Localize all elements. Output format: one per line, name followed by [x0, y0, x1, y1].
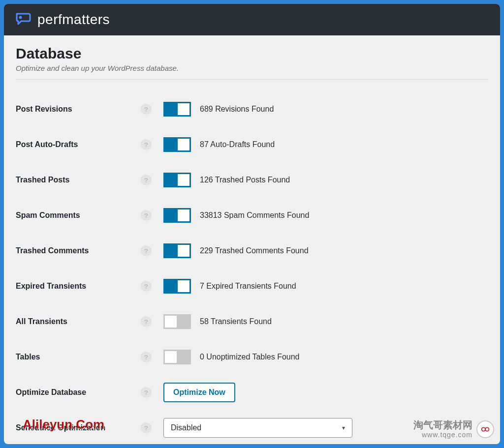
row-post-auto-drafts: Post Auto-Drafts?87 Auto-Drafts Found [16, 127, 488, 162]
trashed-posts-toggle[interactable] [163, 173, 191, 187]
trashed-comments-status: 229 Trashed Comments Found [200, 246, 309, 255]
help-icon[interactable]: ? [141, 281, 152, 292]
toggle-knob [178, 245, 189, 257]
schedule-label: Scheduled Optimization [16, 423, 141, 432]
post-auto-drafts-toggle[interactable] [163, 137, 191, 152]
help-icon[interactable]: ? [141, 316, 152, 327]
tables-status: 0 Unoptimized Tables Found [200, 353, 300, 361]
tables-label: Tables [16, 353, 141, 361]
all-transients-toggle[interactable] [163, 314, 191, 329]
spam-comments-toggle[interactable] [163, 208, 191, 223]
row-spam-comments: Spam Comments?33813 Spam Comments Found [16, 198, 488, 233]
toggle-knob [178, 280, 189, 292]
help-icon[interactable]: ? [141, 352, 152, 362]
row-expired-transients: Expired Transients?7 Expired Transients … [16, 269, 488, 304]
settings-list: Post Revisions?689 Revisions FoundPost A… [16, 91, 488, 375]
help-icon[interactable]: ? [141, 104, 152, 115]
expired-transients-status: 7 Expired Transients Found [200, 282, 296, 291]
toggle-knob [165, 316, 177, 328]
help-icon[interactable]: ? [141, 422, 152, 433]
trashed-comments-label: Trashed Comments [16, 246, 141, 255]
trashed-posts-label: Trashed Posts [16, 176, 141, 184]
row-scheduled-optimization: Scheduled Optimization ? Disabled ▾ [16, 410, 488, 444]
post-revisions-toggle[interactable] [163, 102, 191, 117]
row-all-transients: All Transients?58 Transients Found [16, 304, 488, 339]
brand-logo-icon [14, 11, 32, 29]
row-optimize-database: Optimize Database ? Optimize Now [16, 375, 488, 410]
divider [16, 79, 488, 80]
expired-transients-toggle[interactable] [163, 279, 191, 294]
schedule-selected-value: Disabled [171, 423, 201, 432]
tables-toggle[interactable] [163, 350, 191, 364]
optimize-label: Optimize Database [16, 388, 141, 397]
page-subtitle: Optimize and clean up your WordPress dat… [16, 64, 488, 72]
toggle-knob [178, 139, 189, 150]
expired-transients-label: Expired Transients [16, 282, 141, 291]
help-icon[interactable]: ? [141, 245, 152, 256]
toggle-knob [178, 103, 189, 115]
page-title: Database [16, 45, 488, 62]
all-transients-label: All Transients [16, 317, 141, 326]
post-revisions-label: Post Revisions [16, 105, 141, 114]
help-icon[interactable]: ? [141, 175, 152, 185]
trashed-comments-toggle[interactable] [163, 243, 191, 258]
help-icon[interactable]: ? [141, 210, 152, 221]
app-header: perfmatters [4, 4, 500, 35]
brand-name: perfmatters [37, 12, 110, 28]
spam-comments-label: Spam Comments [16, 211, 141, 220]
content-area: Database Optimize and clean up your Word… [4, 35, 500, 444]
toggle-knob [178, 174, 189, 186]
row-post-revisions: Post Revisions?689 Revisions Found [16, 91, 488, 127]
help-icon[interactable]: ? [141, 139, 152, 150]
row-trashed-comments: Trashed Comments?229 Trashed Comments Fo… [16, 233, 488, 269]
chevron-down-icon: ▾ [342, 424, 345, 431]
post-revisions-status: 689 Revisions Found [200, 105, 274, 114]
toggle-knob [165, 351, 177, 363]
post-auto-drafts-label: Post Auto-Drafts [16, 140, 141, 149]
spam-comments-status: 33813 Spam Comments Found [200, 211, 309, 220]
trashed-posts-status: 126 Trashed Posts Found [200, 176, 290, 184]
post-auto-drafts-status: 87 Auto-Drafts Found [200, 140, 275, 149]
toggle-knob [178, 209, 189, 221]
schedule-select[interactable]: Disabled ▾ [163, 418, 352, 438]
all-transients-status: 58 Transients Found [200, 317, 272, 326]
row-tables: Tables?0 Unoptimized Tables Found [16, 339, 488, 375]
app-window: perfmatters Database Optimize and clean … [4, 4, 500, 444]
row-trashed-posts: Trashed Posts?126 Trashed Posts Found [16, 162, 488, 198]
optimize-now-button[interactable]: Optimize Now [163, 383, 235, 402]
help-icon[interactable]: ? [141, 387, 152, 398]
svg-point-0 [20, 17, 21, 18]
